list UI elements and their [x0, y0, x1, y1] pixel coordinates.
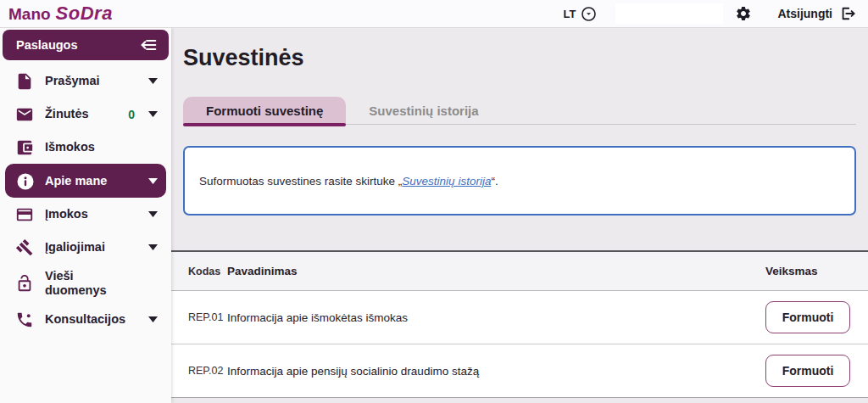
tab-suvestiniu-istorija[interactable]: Suvestinių istorija [346, 97, 501, 124]
chevron-down-icon [148, 244, 158, 250]
main-content: Suvestinės Formuoti suvestinę Suvestinių… [171, 28, 868, 403]
sidebar: Paslaugos Prašymai [0, 28, 171, 403]
reports-table: Kodas Pavadinimas Veiksmas REP.01 Inform… [171, 250, 868, 398]
document-icon [15, 72, 34, 91]
column-header-kodas: Kodas [188, 266, 227, 277]
sidebar-item-label: Įmokos [45, 207, 148, 221]
notice-text: Suformuotas suvestines rasite skirtuke „… [199, 175, 498, 188]
collapse-sidebar-icon[interactable] [138, 36, 159, 54]
suvestiniu-istorija-link[interactable]: Suvestinių istorija [402, 175, 491, 188]
sidebar-item-zinutes[interactable]: Žinutės 0 [0, 98, 171, 131]
language-label: LT [564, 8, 576, 20]
info-icon [15, 171, 34, 190]
action-cell: Formuoti [765, 301, 852, 333]
sidebar-item-apie-mane[interactable]: Apie mane [5, 164, 166, 198]
chevron-down-circle-icon [581, 6, 597, 22]
sidebar-title-label: Paslaugos [16, 38, 78, 52]
chevron-down-icon [148, 111, 158, 117]
chevron-down-icon [148, 316, 158, 322]
credit-card-icon [15, 205, 34, 224]
wallet-icon [15, 138, 34, 157]
sidebar-item-imokos[interactable]: Įmokos [0, 198, 171, 231]
language-selector[interactable]: LT [564, 6, 598, 22]
column-header-pavadinimas: Pavadinimas [227, 265, 765, 277]
sidebar-item-viesi-duomenys[interactable]: Vieši duomenys [0, 264, 171, 303]
action-cell: Formuoti [765, 355, 852, 387]
notice-text-after: “. [491, 175, 498, 188]
page-title: Suvestinės [183, 45, 304, 71]
sodra-logo[interactable]: Mano SoDra [8, 3, 113, 25]
tab-bar: Formuoti suvestinę Suvestinių istorija [183, 97, 856, 125]
chevron-down-icon [148, 211, 158, 217]
unread-count-badge: 0 [128, 108, 135, 121]
report-code: REP.01 [188, 311, 227, 323]
chevron-down-icon [148, 178, 158, 184]
sidebar-item-label: Žinutės [45, 107, 128, 121]
table-row: REP.02 Informacija apie pensijų socialin… [171, 344, 868, 398]
sidebar-header: Paslaugos [3, 30, 169, 60]
report-code: REP.02 [188, 365, 227, 377]
info-notice-box: Suformuotas suvestines rasite skirtuke „… [183, 146, 856, 215]
logo-text-sodra: SoDra [56, 3, 113, 25]
sidebar-nav: Prašymai Žinutės 0 Išmokos [0, 64, 171, 336]
chevron-down-icon [148, 78, 158, 84]
report-name: Informacija apie pensijų socialinio drau… [227, 365, 765, 378]
sidebar-item-konsultacijos[interactable]: Konsultacijos [0, 303, 171, 336]
sidebar-item-label: Apie mane [45, 174, 148, 188]
sidebar-item-prasymai[interactable]: Prašymai [0, 64, 171, 98]
top-header: Mano SoDra LT Atsijungti [0, 0, 868, 28]
formuoti-button[interactable]: Formuoti [765, 355, 850, 387]
table-header-row: Kodas Pavadinimas Veiksmas [171, 250, 868, 291]
formuoti-button[interactable]: Formuoti [765, 301, 850, 333]
tab-formuoti-suvestine[interactable]: Formuoti suvestinę [183, 97, 346, 124]
sidebar-item-ismokos[interactable]: Išmokos [0, 131, 171, 164]
sidebar-item-label: Įgaliojimai [45, 240, 148, 255]
lock-open-icon [15, 274, 34, 293]
table-row: REP.01 Informacija apie išmokėtas išmoka… [171, 291, 868, 344]
sidebar-item-label: Vieši duomenys [45, 269, 116, 297]
gavel-icon [15, 238, 34, 257]
envelope-icon [15, 105, 34, 124]
notice-text-before: Suformuotas suvestines rasite skirtuke „ [199, 175, 402, 188]
logo-text-mano: Mano [8, 5, 51, 24]
report-name: Informacija apie išmokėtas išmokas [227, 311, 765, 324]
sidebar-item-igaliojimai[interactable]: Įgaliojimai [0, 231, 171, 264]
logout-icon [839, 5, 856, 22]
column-header-veiksmas: Veiksmas [765, 265, 852, 277]
logout-label: Atsijungti [777, 7, 832, 20]
sidebar-item-label: Konsultacijos [45, 312, 148, 327]
logout-button[interactable]: Atsijungti [777, 5, 856, 22]
sidebar-item-label: Prašymai [45, 74, 148, 88]
gear-icon[interactable] [735, 5, 752, 22]
phone-icon [15, 311, 34, 329]
user-name-redacted [615, 3, 723, 24]
header-actions: LT Atsijungti [564, 3, 856, 24]
sidebar-item-label: Išmokos [45, 140, 158, 154]
